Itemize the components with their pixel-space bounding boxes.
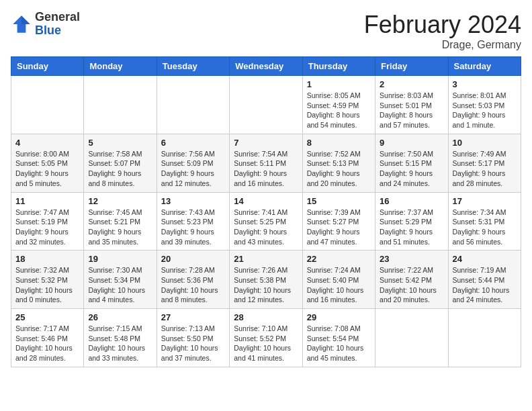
day-info: Sunrise: 7:47 AM Sunset: 5:19 PM Dayligh… — [15, 208, 79, 247]
day-info: Sunrise: 7:56 AM Sunset: 5:09 PM Dayligh… — [161, 149, 225, 189]
calendar-cell: 4Sunrise: 8:00 AM Sunset: 5:05 PM Daylig… — [11, 134, 84, 192]
calendar-cell: 3Sunrise: 8:01 AM Sunset: 5:03 PM Daylig… — [448, 76, 521, 134]
logo-general: General — [35, 10, 80, 24]
calendar-cell: 10Sunrise: 7:49 AM Sunset: 5:17 PM Dayli… — [448, 134, 521, 192]
day-number: 20 — [161, 254, 225, 264]
day-number: 11 — [15, 196, 79, 206]
day-number: 3 — [453, 79, 517, 89]
calendar-cell: 12Sunrise: 7:45 AM Sunset: 5:21 PM Dayli… — [84, 192, 157, 250]
calendar-week-row: 4Sunrise: 8:00 AM Sunset: 5:05 PM Daylig… — [11, 134, 521, 192]
day-info: Sunrise: 7:24 AM Sunset: 5:40 PM Dayligh… — [307, 265, 371, 305]
day-number: 21 — [234, 254, 298, 264]
logo-blue: Blue — [35, 24, 61, 37]
day-info: Sunrise: 7:58 AM Sunset: 5:07 PM Dayligh… — [88, 149, 152, 189]
day-number: 12 — [88, 196, 152, 206]
calendar-header-tuesday: Tuesday — [157, 57, 229, 76]
day-number: 9 — [380, 138, 443, 148]
day-number: 6 — [161, 138, 225, 148]
calendar-cell: 2Sunrise: 8:03 AM Sunset: 5:01 PM Daylig… — [375, 76, 448, 134]
calendar-cell: 9Sunrise: 7:50 AM Sunset: 5:15 PM Daylig… — [375, 134, 448, 192]
calendar-cell: 29Sunrise: 7:08 AM Sunset: 5:54 PM Dayli… — [302, 309, 375, 367]
day-number: 2 — [380, 79, 443, 89]
day-info: Sunrise: 7:08 AM Sunset: 5:54 PM Dayligh… — [307, 324, 371, 363]
calendar-cell: 24Sunrise: 7:19 AM Sunset: 5:44 PM Dayli… — [448, 250, 521, 309]
day-info: Sunrise: 7:43 AM Sunset: 5:23 PM Dayligh… — [161, 208, 225, 247]
day-number: 16 — [380, 196, 443, 206]
calendar-cell: 13Sunrise: 7:43 AM Sunset: 5:23 PM Dayli… — [157, 192, 229, 250]
calendar-cell: 23Sunrise: 7:22 AM Sunset: 5:42 PM Dayli… — [375, 250, 448, 309]
day-number: 29 — [307, 312, 371, 322]
day-info: Sunrise: 7:10 AM Sunset: 5:52 PM Dayligh… — [234, 324, 298, 363]
day-info: Sunrise: 7:49 AM Sunset: 5:17 PM Dayligh… — [453, 149, 517, 189]
day-number: 23 — [380, 254, 443, 264]
day-info: Sunrise: 7:50 AM Sunset: 5:15 PM Dayligh… — [380, 149, 443, 189]
calendar-cell: 25Sunrise: 7:17 AM Sunset: 5:46 PM Dayli… — [11, 309, 84, 367]
calendar-cell: 26Sunrise: 7:15 AM Sunset: 5:48 PM Dayli… — [84, 309, 157, 367]
day-info: Sunrise: 7:52 AM Sunset: 5:13 PM Dayligh… — [307, 149, 371, 189]
calendar: SundayMondayTuesdayWednesdayThursdayFrid… — [11, 56, 521, 367]
day-number: 10 — [453, 138, 517, 148]
day-info: Sunrise: 7:54 AM Sunset: 5:11 PM Dayligh… — [234, 149, 298, 189]
day-info: Sunrise: 7:30 AM Sunset: 5:34 PM Dayligh… — [88, 265, 152, 305]
calendar-cell: 16Sunrise: 7:37 AM Sunset: 5:29 PM Dayli… — [375, 192, 448, 250]
logo: General Blue — [11, 11, 80, 38]
month-title: February 2024 — [364, 11, 521, 39]
day-info: Sunrise: 7:22 AM Sunset: 5:42 PM Dayligh… — [380, 265, 443, 305]
calendar-cell — [157, 76, 229, 134]
day-info: Sunrise: 7:34 AM Sunset: 5:31 PM Dayligh… — [453, 208, 517, 247]
calendar-cell: 28Sunrise: 7:10 AM Sunset: 5:52 PM Dayli… — [230, 309, 302, 367]
calendar-header-thursday: Thursday — [302, 57, 375, 76]
day-number: 4 — [15, 138, 79, 148]
day-info: Sunrise: 7:28 AM Sunset: 5:36 PM Dayligh… — [161, 265, 225, 305]
calendar-cell — [230, 76, 302, 134]
day-number: 1 — [307, 79, 371, 89]
logo-text: General Blue — [35, 11, 80, 38]
calendar-week-row: 18Sunrise: 7:32 AM Sunset: 5:32 PM Dayli… — [11, 250, 521, 309]
calendar-cell: 8Sunrise: 7:52 AM Sunset: 5:13 PM Daylig… — [302, 134, 375, 192]
day-number: 14 — [234, 196, 298, 206]
calendar-cell: 15Sunrise: 7:39 AM Sunset: 5:27 PM Dayli… — [302, 192, 375, 250]
calendar-cell: 22Sunrise: 7:24 AM Sunset: 5:40 PM Dayli… — [302, 250, 375, 309]
location: Drage, Germany — [364, 39, 521, 51]
day-info: Sunrise: 7:19 AM Sunset: 5:44 PM Dayligh… — [453, 265, 517, 305]
day-info: Sunrise: 8:01 AM Sunset: 5:03 PM Dayligh… — [453, 91, 517, 130]
day-number: 27 — [161, 312, 225, 322]
day-info: Sunrise: 8:00 AM Sunset: 5:05 PM Dayligh… — [15, 149, 79, 189]
day-number: 26 — [88, 312, 152, 322]
day-number: 13 — [161, 196, 225, 206]
calendar-cell: 1Sunrise: 8:05 AM Sunset: 4:59 PM Daylig… — [302, 76, 375, 134]
calendar-cell — [375, 309, 448, 367]
day-info: Sunrise: 7:41 AM Sunset: 5:25 PM Dayligh… — [234, 208, 298, 247]
day-number: 19 — [88, 254, 152, 264]
logo-icon — [11, 13, 32, 35]
calendar-header-sunday: Sunday — [11, 57, 84, 76]
day-number: 22 — [307, 254, 371, 264]
day-number: 8 — [307, 138, 371, 148]
calendar-cell — [448, 309, 521, 367]
calendar-header-friday: Friday — [375, 57, 448, 76]
calendar-cell: 19Sunrise: 7:30 AM Sunset: 5:34 PM Dayli… — [84, 250, 157, 309]
day-info: Sunrise: 7:32 AM Sunset: 5:32 PM Dayligh… — [15, 265, 79, 305]
day-number: 5 — [88, 138, 152, 148]
svg-marker-1 — [21, 15, 30, 24]
calendar-header-wednesday: Wednesday — [230, 57, 302, 76]
day-info: Sunrise: 7:15 AM Sunset: 5:48 PM Dayligh… — [88, 324, 152, 363]
calendar-cell — [11, 76, 84, 134]
day-number: 24 — [453, 254, 517, 264]
page-header: General Blue February 2024 Drage, German… — [11, 11, 521, 51]
calendar-week-row: 25Sunrise: 7:17 AM Sunset: 5:46 PM Dayli… — [11, 309, 521, 367]
calendar-cell — [84, 76, 157, 134]
calendar-cell: 5Sunrise: 7:58 AM Sunset: 5:07 PM Daylig… — [84, 134, 157, 192]
day-info: Sunrise: 7:39 AM Sunset: 5:27 PM Dayligh… — [307, 208, 371, 247]
day-info: Sunrise: 7:13 AM Sunset: 5:50 PM Dayligh… — [161, 324, 225, 363]
calendar-header-row: SundayMondayTuesdayWednesdayThursdayFrid… — [11, 57, 521, 76]
calendar-cell: 17Sunrise: 7:34 AM Sunset: 5:31 PM Dayli… — [448, 192, 521, 250]
calendar-cell: 14Sunrise: 7:41 AM Sunset: 5:25 PM Dayli… — [230, 192, 302, 250]
calendar-header-saturday: Saturday — [448, 57, 521, 76]
day-number: 17 — [453, 196, 517, 206]
calendar-cell: 7Sunrise: 7:54 AM Sunset: 5:11 PM Daylig… — [230, 134, 302, 192]
day-info: Sunrise: 7:45 AM Sunset: 5:21 PM Dayligh… — [88, 208, 152, 247]
day-number: 7 — [234, 138, 298, 148]
day-info: Sunrise: 7:26 AM Sunset: 5:38 PM Dayligh… — [234, 265, 298, 305]
calendar-week-row: 11Sunrise: 7:47 AM Sunset: 5:19 PM Dayli… — [11, 192, 521, 250]
